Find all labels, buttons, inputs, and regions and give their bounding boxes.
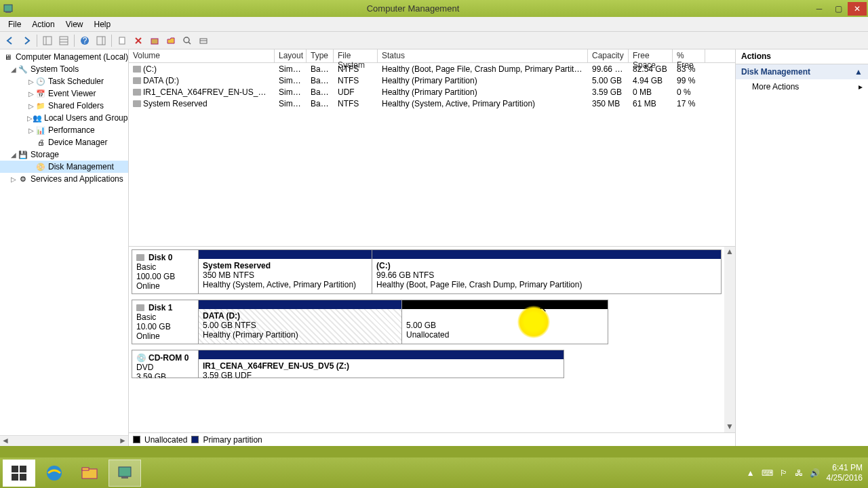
volume-icon (133, 100, 141, 107)
partition-system-reserved[interactable]: System Reserved 350 MB NTFS Healthy (Sys… (199, 250, 372, 293)
tree-horizontal-scrollbar[interactable]: ◄► (0, 435, 128, 446)
scroll-right-icon[interactable]: ► (117, 436, 128, 446)
disk-info[interactable]: Disk 0 Basic 100.00 GB Online (132, 249, 198, 294)
collapse-icon[interactable]: ▲ (854, 67, 863, 77)
expand-icon[interactable]: ▷ (27, 90, 35, 98)
volume-icon (133, 89, 141, 96)
actions-title: Actions (736, 49, 868, 64)
more-button[interactable] (196, 33, 211, 48)
tree-task-scheduler[interactable]: ▷🕒Task Scheduler (0, 75, 128, 87)
partition-size: 99.66 GB NTFS (376, 270, 717, 280)
open-button[interactable] (163, 33, 178, 48)
volume-row[interactable]: System Reserved Simple Basic NTFS Health… (129, 98, 735, 109)
legend-unallocated: Unallocated (144, 435, 187, 445)
expand-icon[interactable]: ▷ (27, 78, 35, 85)
tray-volume-icon[interactable]: 🔊 (810, 468, 820, 478)
disk-type: Basic (136, 262, 194, 272)
header-free[interactable]: Free Space (629, 49, 673, 62)
taskbar-compmgmt[interactable] (108, 460, 141, 487)
expand-icon[interactable]: ▷ (27, 102, 35, 110)
volume-free: 0 MB (629, 87, 673, 97)
actions-section[interactable]: Disk Management ▲ (736, 64, 868, 79)
header-capacity[interactable]: Capacity (588, 49, 629, 62)
disk-info[interactable]: 💿CD-ROM 0 DVD 3.59 GB (132, 350, 198, 378)
maximize-button[interactable]: ▢ (829, 2, 848, 16)
actions-section-label: Disk Management (741, 67, 810, 77)
disk-vertical-scrollbar[interactable]: ▲▼ (724, 247, 735, 432)
scroll-down-icon[interactable]: ▼ (724, 422, 735, 432)
tray-flag-icon[interactable]: 🏳 (780, 468, 788, 478)
scroll-up-icon[interactable]: ▲ (724, 247, 735, 258)
tree-disk-management[interactable]: 📀Disk Management (0, 161, 128, 173)
header-status[interactable]: Status (378, 49, 588, 62)
view-list-button[interactable] (56, 33, 71, 48)
volume-body: (C:) Simple Basic NTFS Healthy (Boot, Pa… (129, 63, 735, 246)
show-actions-button[interactable] (94, 33, 108, 48)
menu-file[interactable]: File (3, 18, 26, 31)
collapse-icon[interactable]: ◢ (9, 151, 18, 159)
header-layout[interactable]: Layout (275, 49, 307, 62)
properties-button[interactable] (147, 33, 162, 48)
volume-row[interactable]: DATA (D:) Simple Basic NTFS Healthy (Pri… (129, 75, 735, 86)
tools-icon: 🔧 (18, 64, 28, 75)
partition-cdrom[interactable]: IR1_CENA_X64FREV_EN-US_DV5 (Z:) 3.59 GB … (199, 350, 564, 378)
svg-rect-9 (97, 37, 105, 45)
header-pctfree[interactable]: % Free (673, 49, 705, 62)
collapse-icon[interactable]: ◢ (9, 66, 18, 73)
tree-label: Shared Folders (48, 101, 104, 110)
tray-keyboard-icon[interactable]: ⌨ (762, 468, 773, 478)
start-button[interactable] (3, 460, 35, 487)
find-button[interactable] (180, 33, 195, 48)
tree-system-tools[interactable]: ◢🔧System Tools (0, 63, 128, 75)
menu-action[interactable]: Action (26, 18, 60, 31)
volume-name: System Reserved (143, 99, 208, 108)
volume-status: Healthy (Primary Partition) (378, 87, 588, 97)
volume-capacity: 99.66 GB (588, 64, 629, 74)
partition-unallocated[interactable]: 5.00 GB Unallocated ↖ (402, 300, 608, 344)
menu-help[interactable]: Help (89, 18, 117, 31)
partition-header (199, 250, 372, 259)
volume-row[interactable]: IR1_CENA_X64FREV_EN-US_DV5 (Z:) Simple B… (129, 86, 735, 98)
tree-shared-folders[interactable]: ▷📁Shared Folders (0, 100, 128, 112)
taskbar-explorer[interactable] (73, 460, 106, 487)
tree-performance[interactable]: ▷📊Performance (0, 124, 128, 136)
tree-root[interactable]: 🖥Computer Management (Local) (0, 51, 128, 63)
tray-network-icon[interactable]: 🖧 (795, 468, 803, 478)
minimize-button[interactable]: ─ (810, 2, 829, 16)
taskbar-ie[interactable] (38, 460, 71, 487)
expand-icon[interactable]: ▷ (9, 176, 18, 183)
tree-local-users[interactable]: ▷👥Local Users and Groups (0, 112, 128, 124)
disk-info[interactable]: Disk 1 Basic 10.00 GB Online (132, 300, 198, 344)
help-button[interactable]: ? (77, 33, 92, 48)
partition-c[interactable]: (C:) 99.66 GB NTFS Healthy (Boot, Page F… (372, 250, 721, 293)
new-button[interactable] (115, 33, 130, 48)
scroll-left-icon[interactable]: ◄ (0, 436, 11, 446)
back-button[interactable] (3, 33, 18, 48)
volume-free: 61 MB (629, 99, 673, 108)
partition-header (402, 300, 608, 309)
tray-clock[interactable]: 6:41 PM 4/25/2016 (827, 463, 863, 483)
expand-icon[interactable]: ▷ (27, 115, 33, 122)
delete-button[interactable] (131, 33, 146, 48)
window-title: Computer Management (16, 3, 810, 14)
expand-icon[interactable]: ▷ (27, 127, 35, 134)
header-type[interactable]: Type (307, 49, 334, 62)
tray-show-hidden-icon[interactable]: ▲ (747, 468, 755, 478)
menu-view[interactable]: View (60, 18, 89, 31)
header-filesystem[interactable]: File System (334, 49, 378, 62)
tree-services[interactable]: ▷⚙Services and Applications (0, 173, 128, 185)
tree-device-manager[interactable]: 🖨Device Manager (0, 136, 128, 148)
disk-icon: 📀 (35, 161, 46, 172)
partition-data-d[interactable]: DATA (D:) 5.00 GB NTFS Healthy (Primary … (199, 300, 402, 344)
tree-event-viewer[interactable]: ▷📅Event Viewer (0, 87, 128, 100)
volume-pct: 0 % (673, 87, 705, 97)
forward-button[interactable] (19, 33, 34, 48)
close-button[interactable]: ✕ (848, 2, 867, 16)
show-hide-tree-button[interactable] (40, 33, 55, 48)
disk-row: Disk 1 Basic 10.00 GB Online DATA (D:) 5… (132, 300, 722, 344)
volume-row[interactable]: (C:) Simple Basic NTFS Healthy (Boot, Pa… (129, 63, 735, 75)
header-volume[interactable]: Volume (129, 49, 275, 62)
folder-icon: 📁 (35, 100, 46, 111)
tree-storage[interactable]: ◢💾Storage (0, 148, 128, 161)
actions-more[interactable]: More Actions ▸ (736, 79, 868, 94)
